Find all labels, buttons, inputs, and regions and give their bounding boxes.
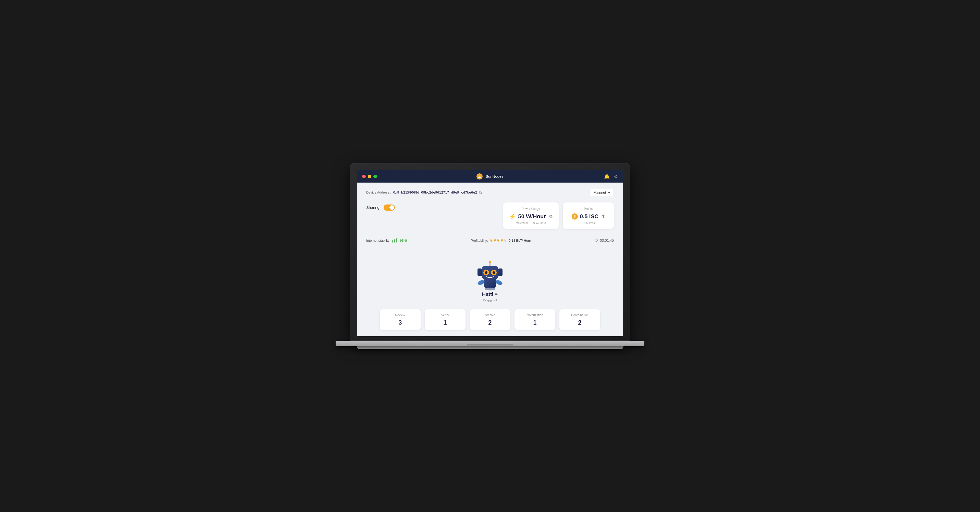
task-card-value: 3 bbox=[386, 319, 414, 326]
toggle-knob bbox=[390, 205, 394, 210]
power-card-title: Power Usage bbox=[509, 207, 552, 211]
heart-3: ♥ bbox=[497, 238, 500, 243]
network-label: Mainnet bbox=[593, 190, 606, 195]
laptop-bottom bbox=[336, 341, 644, 346]
traffic-lights bbox=[362, 175, 377, 178]
device-address-value: 0x9fb2158068df09bc2de9612717fd9e9fcd7be6… bbox=[393, 190, 477, 194]
internet-stability: Internet stability 95 % bbox=[366, 238, 407, 243]
top-bar: Device Address : 0x9fb2158068df09bc2de96… bbox=[366, 189, 614, 197]
lightning-icon: ⚡ bbox=[509, 213, 516, 220]
internet-stability-label: Internet stability bbox=[366, 239, 390, 243]
chevron-down-icon: ▾ bbox=[608, 190, 610, 195]
task-card-value: 2 bbox=[566, 319, 594, 326]
laptop-bezel: ☁ iSunNodes 🔔 ⚙ Device Address : 0x9fb21… bbox=[350, 163, 630, 341]
app-title-group: ☁ iSunNodes bbox=[476, 173, 503, 179]
middle-section: Sharing: Power Usage ⚡ 50 W/Hour bbox=[366, 203, 614, 229]
task-card-label: Review bbox=[386, 313, 414, 317]
minimize-button[interactable] bbox=[368, 175, 371, 178]
stability-percent: 95 % bbox=[400, 239, 407, 243]
titlebar: ☁ iSunNodes 🔔 ⚙ bbox=[357, 170, 623, 182]
close-button[interactable] bbox=[362, 175, 366, 178]
svg-rect-2 bbox=[477, 268, 482, 276]
task-card-label: Notarization bbox=[520, 313, 549, 317]
task-card: Notarization1 bbox=[514, 309, 555, 330]
titlebar-actions: 🔔 ⚙ bbox=[604, 174, 618, 179]
device-address-group: Device Address : 0x9fb2158068df09bc2de96… bbox=[366, 190, 482, 195]
task-card-value: 2 bbox=[476, 319, 504, 326]
robot-avatar bbox=[473, 258, 507, 292]
task-card-label: Archive bbox=[476, 313, 504, 317]
laptop-notch bbox=[467, 344, 513, 346]
svg-point-11 bbox=[495, 279, 503, 285]
svg-rect-0 bbox=[484, 278, 496, 288]
sharing-toggle[interactable] bbox=[383, 204, 395, 211]
profits-card: Profits $ 0.5 ISC ⬆ ≈ 0.5 TWD bbox=[563, 203, 614, 229]
hearts: ♥ ♥ ♥ ♥ ♥ bbox=[490, 238, 507, 243]
profits-approx: ≈ 0.5 TWD bbox=[569, 221, 608, 224]
signal-bar-2 bbox=[394, 239, 395, 243]
task-card-label: Verify bbox=[431, 313, 460, 317]
svg-point-7 bbox=[493, 271, 495, 274]
robot-name-group: Hatti ✏ bbox=[482, 292, 498, 297]
stats-cards: Power Usage ⚡ 50 W/Hour ⚙ Maximum : 100 … bbox=[503, 203, 614, 229]
task-card: Review3 bbox=[380, 309, 421, 330]
profits-value: 0.5 ISC bbox=[580, 213, 598, 220]
robot-name: Hatti bbox=[482, 292, 493, 297]
power-card-value: ⚡ 50 W/Hour ⚙ bbox=[509, 213, 552, 220]
profit-rate: 0.13 BLT/ Hour bbox=[509, 239, 531, 243]
maximize-button[interactable] bbox=[373, 175, 377, 178]
heart-1: ♥ bbox=[490, 238, 493, 243]
laptop-base bbox=[357, 346, 624, 349]
profitability: Profitability: ♥ ♥ ♥ ♥ ♥ 0.13 BLT/ Hour bbox=[471, 238, 531, 243]
profitability-label: Profitability: bbox=[471, 239, 488, 243]
signal-bar-3 bbox=[396, 238, 397, 243]
power-value: 50 W/Hour bbox=[518, 213, 546, 220]
device-address-label: Device Address : bbox=[366, 190, 391, 194]
task-card-value: 1 bbox=[431, 319, 460, 326]
heart-5: ♥ bbox=[504, 238, 507, 243]
svg-point-6 bbox=[485, 271, 487, 274]
svg-rect-3 bbox=[498, 268, 503, 276]
task-card: Archive2 bbox=[469, 309, 511, 330]
signal-bar-1 bbox=[392, 241, 393, 243]
notification-icon[interactable]: 🔔 bbox=[604, 174, 610, 179]
sharing-section: Sharing: bbox=[366, 203, 395, 211]
power-maximum: Maximum : 100 W/ Hour bbox=[509, 221, 552, 224]
power-settings-icon[interactable]: ⚙ bbox=[549, 214, 552, 219]
task-card: Verify1 bbox=[425, 309, 466, 330]
heart-2: ♥ bbox=[493, 238, 496, 243]
robot-section: Hatti ✏ Doggybot bbox=[366, 253, 614, 309]
profits-card-value: $ 0.5 ISC ⬆ bbox=[569, 213, 608, 220]
copy-icon[interactable]: ⧉ bbox=[479, 190, 482, 195]
app-icon: ☁ bbox=[476, 173, 483, 179]
signal-bars bbox=[392, 238, 397, 243]
profits-card-title: Profits bbox=[569, 207, 608, 211]
edit-icon[interactable]: ✏ bbox=[495, 292, 498, 296]
robot-type: Doggybot bbox=[483, 298, 497, 302]
heart-4: ♥ bbox=[501, 238, 503, 243]
status-bar: Internet stability 95 % Profitability: ♥ bbox=[366, 234, 614, 247]
task-card: Coordination2 bbox=[559, 309, 600, 330]
share-icon[interactable]: ⬆ bbox=[601, 214, 605, 219]
task-card-value: 1 bbox=[520, 319, 549, 326]
app-title: iSunNodes bbox=[485, 174, 503, 179]
network-selector[interactable]: Mainnet ▾ bbox=[590, 189, 614, 197]
coin-icon: $ bbox=[572, 213, 578, 220]
svg-point-12 bbox=[485, 287, 495, 290]
main-content: Device Address : 0x9fb2158068df09bc2de96… bbox=[357, 182, 623, 336]
clock-icon: ⏱ bbox=[594, 238, 598, 243]
task-card-label: Coordination bbox=[566, 313, 594, 317]
timer: ⏱ 03:01:45 bbox=[594, 238, 614, 243]
screen: ☁ iSunNodes 🔔 ⚙ Device Address : 0x9fb21… bbox=[357, 170, 623, 336]
power-card: Power Usage ⚡ 50 W/Hour ⚙ Maximum : 100 … bbox=[503, 203, 558, 229]
settings-icon[interactable]: ⚙ bbox=[614, 174, 618, 179]
svg-point-9 bbox=[489, 261, 491, 263]
timer-value: 03:01:45 bbox=[600, 238, 614, 243]
svg-point-10 bbox=[477, 279, 485, 285]
task-cards: Review3Verify1Archive2Notarization1Coord… bbox=[366, 309, 614, 330]
sharing-label: Sharing: bbox=[366, 205, 380, 209]
